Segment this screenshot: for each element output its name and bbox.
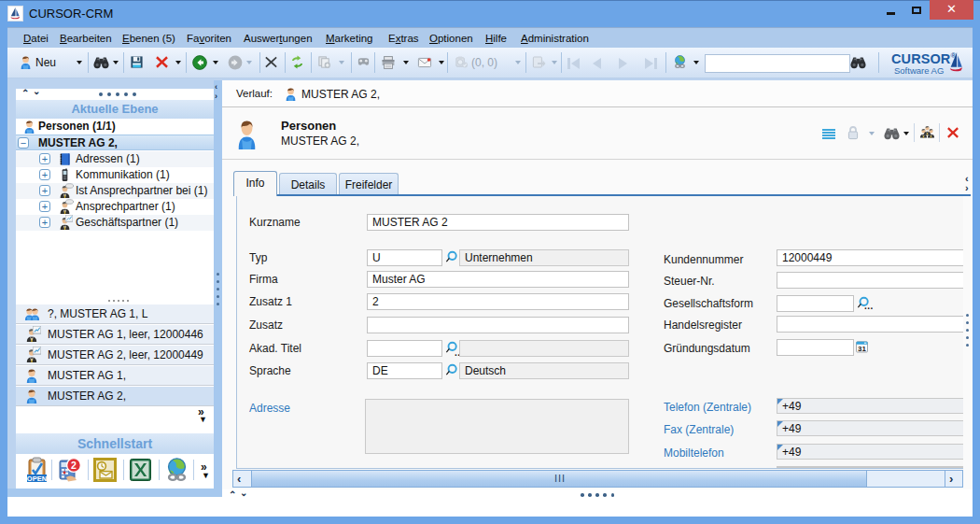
- svg-text:2: 2: [71, 460, 77, 471]
- svg-text:OPEN: OPEN: [27, 474, 47, 483]
